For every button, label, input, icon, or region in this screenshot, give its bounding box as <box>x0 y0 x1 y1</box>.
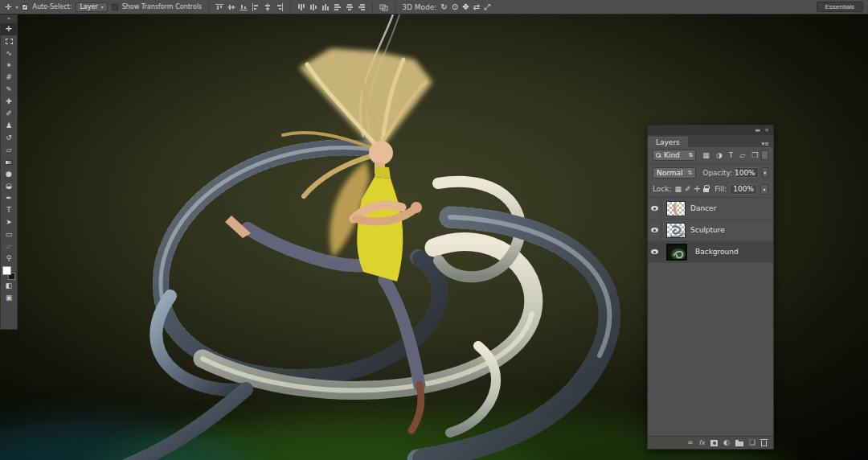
clone-stamp-tool[interactable]: ♟ <box>1 120 17 132</box>
align-vcenter-icon[interactable] <box>227 3 235 11</box>
3d-pan-icon[interactable]: ✥ <box>462 3 469 11</box>
auto-select-checkbox[interactable]: ✓ <box>22 4 28 10</box>
type-tool[interactable]: T <box>1 204 17 216</box>
filter-shape-layers-icon[interactable]: ▱ <box>739 151 745 159</box>
fill-label: Fill: <box>714 185 727 193</box>
layer-thumbnail[interactable] <box>666 223 686 238</box>
layer-row-dancer[interactable]: Dancer <box>648 198 773 220</box>
align-hcenter-icon[interactable] <box>264 3 272 11</box>
lock-position-icon[interactable]: ✛ <box>694 185 701 193</box>
show-transform-checkbox[interactable] <box>112 4 118 10</box>
new-adjustment-layer-icon[interactable]: ◐ <box>723 439 730 446</box>
3d-orbit-icon[interactable]: ↻ <box>440 3 447 11</box>
panel-tab-strip: Layers ▾≡ <box>648 135 773 147</box>
zoom-tool[interactable]: ⚲ <box>1 253 17 265</box>
screen-mode-button[interactable]: ▣ <box>1 292 17 304</box>
gradient-tool[interactable] <box>1 156 17 168</box>
layer-style-fx-icon[interactable]: fx <box>699 439 706 446</box>
panel-titlebar[interactable]: ▬ ✕ <box>648 125 773 135</box>
visibility-toggle[interactable] <box>648 241 661 262</box>
toolbar-collapse-button[interactable]: » <box>1 15 17 23</box>
fill-caret-icon[interactable]: ▾ <box>760 184 768 195</box>
color-swatches[interactable] <box>2 266 16 280</box>
3d-slide-icon[interactable]: ⇄ <box>473 3 480 11</box>
fill-value-field[interactable]: 100% <box>730 184 757 195</box>
panel-menu-icon[interactable]: ▾≡ <box>758 141 773 147</box>
layer-thumbnail[interactable] <box>666 244 687 261</box>
tab-layers[interactable]: Layers <box>648 137 688 147</box>
pen-tool[interactable]: ✒ <box>1 192 17 204</box>
eye-icon <box>651 206 658 211</box>
move-tool[interactable]: ✛ <box>1 23 17 35</box>
type-icon: T <box>6 207 11 214</box>
blur-tool[interactable]: ● <box>1 168 17 180</box>
3d-scale-icon[interactable]: ⤢ <box>484 3 490 11</box>
opacity-label: Opacity: <box>702 169 732 177</box>
align-right-icon[interactable] <box>276 3 284 11</box>
layer-name[interactable]: Sculpture <box>690 226 725 234</box>
marquee-icon <box>6 39 13 44</box>
layer-name[interactable]: Dancer <box>690 204 716 212</box>
distribute-left-icon[interactable] <box>334 3 342 11</box>
distribute-vcenter-icon[interactable] <box>309 3 317 11</box>
layer-thumbnail[interactable] <box>666 201 686 216</box>
auto-select-target-dropdown[interactable]: Layer ▾ <box>76 2 107 12</box>
foreground-color-swatch[interactable] <box>2 266 11 275</box>
quick-mask-button[interactable]: ◧ <box>1 280 17 292</box>
blend-mode-dropdown[interactable]: Normal ⇅ <box>653 167 696 179</box>
shape-tool[interactable]: ▭ <box>1 228 17 240</box>
lock-all-icon[interactable] <box>703 188 709 192</box>
photoshop-window: ✛ ▾ ✓ Auto-Select: Layer ▾ Show Transfor… <box>0 0 868 460</box>
blend-mode-row: Normal ⇅ Opacity: 100% ▾ <box>648 164 773 181</box>
options-separator <box>395 2 395 12</box>
filter-type-layers-icon[interactable]: T <box>729 151 734 159</box>
workspace-switcher-button[interactable]: Essentials <box>817 2 863 12</box>
3d-roll-icon[interactable]: ⊙ <box>452 3 458 11</box>
auto-align-layers-icon[interactable] <box>379 3 388 11</box>
distribute-hcenter-icon[interactable] <box>346 3 354 11</box>
new-layer-icon[interactable]: ❏ <box>749 439 755 446</box>
align-left-icon[interactable] <box>252 3 260 11</box>
tool-preset-caret-icon[interactable]: ▾ <box>15 4 18 10</box>
panel-minimize-icon[interactable]: ▬ <box>755 127 761 133</box>
layer-name[interactable]: Background <box>695 248 739 256</box>
filter-on-off-toggle[interactable] <box>761 150 768 160</box>
layer-row-background[interactable]: Background <box>648 241 773 263</box>
filter-kind-dropdown[interactable]: Kind ⇅ <box>653 150 696 161</box>
shape-icon: ▭ <box>6 231 13 238</box>
crop-tool[interactable]: # <box>1 72 17 84</box>
lock-image-pixels-icon[interactable]: ✐ <box>685 185 691 193</box>
brush-tool[interactable]: ✐ <box>1 108 17 120</box>
filter-adjustment-layers-icon[interactable]: ◑ <box>716 151 723 159</box>
distribute-bottom-icon[interactable] <box>321 3 330 11</box>
path-select-tool[interactable]: ➤ <box>1 216 17 228</box>
delete-layer-icon[interactable] <box>761 441 767 446</box>
distribute-top-icon[interactable] <box>297 3 305 11</box>
opacity-caret-icon[interactable]: ▾ <box>762 167 768 178</box>
lasso-tool[interactable]: ∿ <box>1 47 17 60</box>
visibility-toggle[interactable] <box>648 220 661 240</box>
align-bottom-icon[interactable] <box>240 3 248 11</box>
link-layers-icon[interactable]: ∞ <box>687 439 694 446</box>
dodge-tool[interactable]: ◒ <box>1 180 17 192</box>
chevron-down-icon: ▾ <box>101 4 104 10</box>
opacity-value-field[interactable]: 100% <box>735 167 758 178</box>
distribute-right-icon[interactable] <box>358 3 366 11</box>
lock-transparent-pixels-icon[interactable]: ▦ <box>675 185 682 193</box>
healing-brush-tool[interactable]: ✚ <box>1 96 17 108</box>
quick-select-tool[interactable]: ✶ <box>1 60 17 72</box>
filter-smart-objects-icon[interactable]: ❒ <box>751 151 758 159</box>
add-layer-mask-icon[interactable] <box>710 440 718 446</box>
marquee-tool[interactable] <box>1 35 17 47</box>
panel-close-icon[interactable]: ✕ <box>764 127 769 133</box>
filter-pixel-layers-icon[interactable]: ▦ <box>702 151 710 159</box>
eyedropper-tool[interactable]: ✎ <box>1 84 17 96</box>
tools-panel: » ✛ ∿ ✶ # ✎ ✚ ✐ ♟ ↺ ▱ ● ◒ ✒ T ➤ ▭ ☞ ⚲ ◧ … <box>0 14 18 330</box>
align-top-icon[interactable] <box>215 3 223 11</box>
eraser-tool[interactable]: ▱ <box>1 144 17 156</box>
hand-tool[interactable]: ☞ <box>1 240 17 253</box>
visibility-toggle[interactable] <box>648 198 661 219</box>
new-group-icon[interactable] <box>735 442 743 446</box>
history-brush-tool[interactable]: ↺ <box>1 132 17 144</box>
layer-row-sculpture[interactable]: Sculpture <box>648 220 773 241</box>
